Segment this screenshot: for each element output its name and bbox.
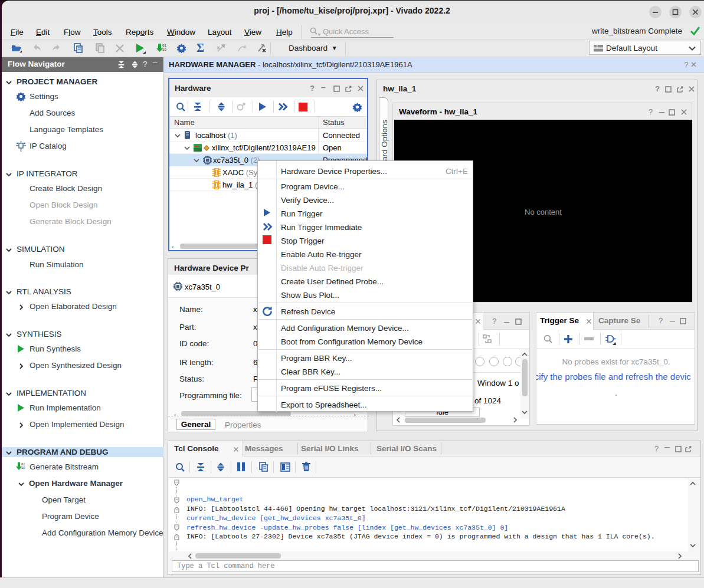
svg-text:10: 10 [162,48,167,52]
svg-text:10: 10 [21,466,25,470]
svg-text:01: 01 [162,44,167,48]
